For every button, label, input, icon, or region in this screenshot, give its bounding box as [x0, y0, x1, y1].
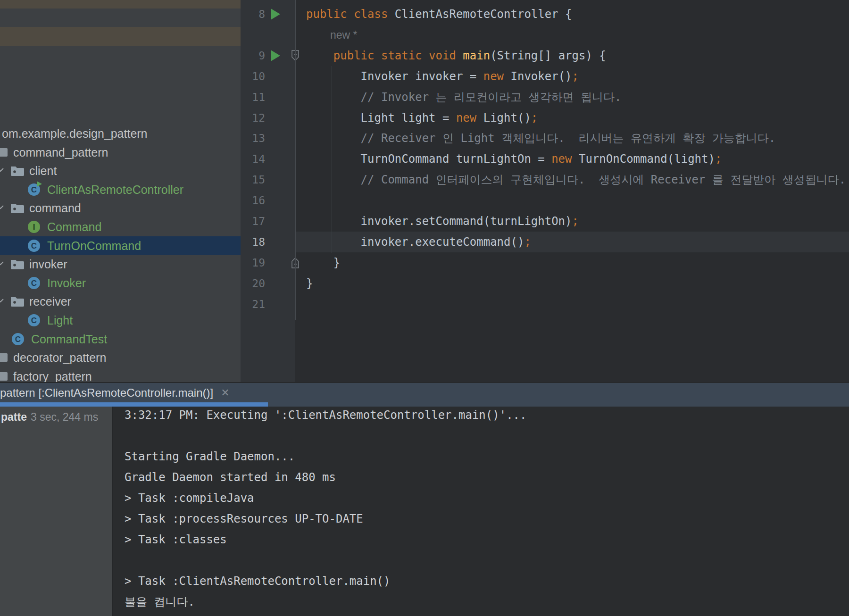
- code-text: Light light = new Light();: [306, 108, 538, 128]
- tree-item-factory_pattern[interactable]: factory_pattern: [0, 367, 241, 382]
- console-line: > Task :processResources UP-TO-DATE: [125, 508, 363, 529]
- line-number[interactable]: 13: [241, 128, 265, 149]
- tree-item-receiver[interactable]: receiver: [0, 292, 241, 311]
- tree-item-CommandTest[interactable]: CCommandTest: [0, 330, 241, 349]
- run-tab-title: pattern [:ClientAsRemoteController.main(…: [0, 386, 213, 400]
- tree-item-label: Invoker: [47, 276, 86, 290]
- line-number[interactable]: 18: [241, 232, 265, 252]
- console-line: > Task :compileJava: [125, 488, 254, 508]
- svg-text:C: C: [31, 241, 37, 250]
- folder-icon: [10, 258, 25, 270]
- code-line-19[interactable]: 19 }: [241, 252, 849, 273]
- code-line-9[interactable]: 9 public static void main(String[] args)…: [241, 45, 849, 66]
- class-icon: C: [27, 239, 41, 252]
- fold-region-line: [295, 0, 296, 320]
- console-line: > Task :ClientAsRemoteController.main(): [125, 571, 391, 591]
- code-text: // Receiver 인 Light 객체입니다. 리시버는 유연하게 확장 …: [306, 128, 775, 149]
- svg-text:C: C: [15, 335, 21, 344]
- package-icon: [0, 147, 8, 158]
- line-number[interactable]: 12: [241, 108, 265, 128]
- run-console-output[interactable]: 3:32:17 PM: Executing ':ClientAsRemoteCo…: [113, 407, 849, 616]
- project-tree-panel[interactable]: om.example.design_patterncommand_pattern…: [0, 0, 241, 382]
- tree-item-decorator_pattern[interactable]: decorator_pattern: [0, 348, 241, 367]
- chevron-down-icon[interactable]: [0, 259, 4, 269]
- line-number[interactable]: 11: [241, 87, 265, 108]
- gradle-task-node[interactable]: patte3 sec, 244 ms: [1, 409, 98, 425]
- tree-item-label: ClientAsRemoteController: [47, 183, 183, 197]
- tree-item-Invoker[interactable]: CInvoker: [0, 274, 241, 292]
- tree-item-client[interactable]: client: [0, 161, 241, 180]
- code-text: }: [306, 273, 313, 294]
- code-text: }: [306, 252, 340, 273]
- svg-text:C: C: [31, 316, 37, 325]
- line-number[interactable]: 8: [241, 4, 265, 25]
- tree-item-label: command_pattern: [13, 146, 108, 159]
- line-number[interactable]: 20: [241, 273, 265, 294]
- class-icon: C: [11, 333, 25, 346]
- code-text: public class ClientAsRemoteController {: [306, 4, 572, 25]
- indent-guide: [332, 66, 332, 253]
- run-gutter-icon[interactable]: [271, 50, 280, 61]
- line-number[interactable]: 21: [241, 294, 265, 315]
- run-task-tree-pane[interactable]: patte3 sec, 244 ms: [0, 407, 113, 616]
- class-icon: C: [27, 276, 41, 290]
- highlight-band: [0, 0, 241, 8]
- class-icon: C: [27, 314, 41, 327]
- code-text: // Command 인터페이스의 구현체입니다. 생성시에 Receiver …: [306, 169, 846, 190]
- tree-item-label: TurnOnCommand: [47, 239, 141, 253]
- tree-item-om.example.design_pattern[interactable]: om.example.design_pattern: [0, 124, 241, 143]
- folder-icon: [10, 202, 25, 214]
- package-icon: [0, 371, 8, 382]
- ide-window: om.example.design_patterncommand_pattern…: [0, 0, 849, 616]
- tree-item-label: factory_pattern: [13, 370, 92, 383]
- highlight-band: [0, 27, 241, 46]
- line-number[interactable]: 15: [241, 169, 265, 190]
- tree-item-label: client: [29, 164, 57, 178]
- tree-item-label: receiver: [29, 295, 71, 308]
- tree-item-ClientAsRemoteController[interactable]: CClientAsRemoteController: [0, 180, 241, 199]
- code-line-20[interactable]: 20}: [241, 273, 849, 294]
- tree-item-label: CommandTest: [31, 333, 107, 346]
- line-number[interactable]: 10: [241, 66, 265, 87]
- tree-item-invoker[interactable]: invoker: [0, 255, 241, 274]
- inlay-hint-row: new *: [241, 25, 849, 45]
- interface-icon: I: [27, 220, 41, 233]
- code-text: public static void main(String[] args) {: [306, 45, 606, 66]
- inlay-hint: new *: [330, 25, 358, 45]
- line-number[interactable]: 16: [241, 190, 265, 211]
- code-line-8[interactable]: 8public class ClientAsRemoteController {: [241, 4, 849, 25]
- code-line-21[interactable]: 21: [241, 294, 849, 315]
- console-line: Starting Gradle Daemon...: [125, 446, 295, 467]
- tree-item-label: om.example.design_pattern: [2, 127, 148, 141]
- chevron-down-icon[interactable]: [0, 203, 4, 213]
- console-line: 3:32:17 PM: Executing ':ClientAsRemoteCo…: [125, 407, 527, 425]
- run-toolwindow-header: pattern [:ClientAsRemoteController.main(…: [0, 382, 849, 408]
- code-text: invoker.executeCommand();: [306, 232, 531, 252]
- tree-item-TurnOnCommand[interactable]: CTurnOnCommand: [0, 236, 241, 255]
- package-icon: [0, 352, 8, 363]
- code-text: Invoker invoker = new Invoker();: [306, 66, 579, 87]
- line-number[interactable]: 19: [241, 252, 265, 273]
- line-number[interactable]: 17: [241, 211, 265, 232]
- code-text: TurnOnCommand turnLightOn = new TurnOnCo…: [306, 149, 722, 169]
- task-name: patte: [1, 411, 27, 423]
- tree-item-command[interactable]: command: [0, 199, 241, 217]
- tree-item-label: command: [29, 201, 81, 215]
- console-line: > Task :classes: [125, 529, 227, 550]
- tree-item-command_pattern[interactable]: command_pattern: [0, 143, 241, 162]
- tree-item-Command[interactable]: ICommand: [0, 217, 241, 236]
- tree-item-label: invoker: [29, 258, 67, 271]
- line-number[interactable]: 9: [241, 45, 265, 66]
- chevron-down-icon[interactable]: [0, 166, 4, 175]
- run-gutter-icon[interactable]: [271, 8, 280, 20]
- folder-icon: [10, 296, 25, 307]
- close-icon[interactable]: ✕: [221, 387, 229, 399]
- run-tab[interactable]: pattern [:ClientAsRemoteController.main(…: [0, 383, 230, 402]
- tree-item-label: Light: [47, 314, 73, 327]
- folder-icon: [10, 165, 25, 176]
- line-number[interactable]: 14: [241, 149, 265, 169]
- code-editor[interactable]: 8public class ClientAsRemoteController {…: [241, 0, 849, 382]
- chevron-down-icon[interactable]: [0, 297, 4, 306]
- console-line: [125, 425, 131, 446]
- tree-item-Light[interactable]: CLight: [0, 311, 241, 330]
